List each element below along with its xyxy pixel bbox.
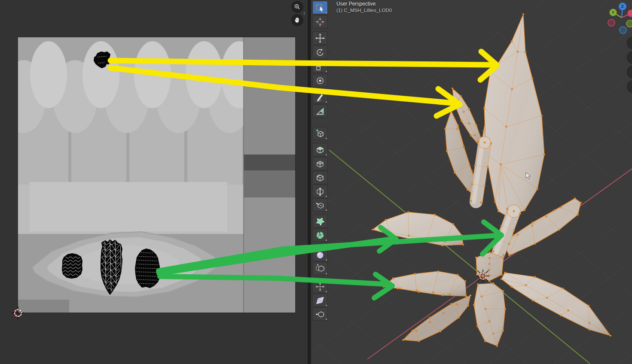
tool-options-corner bbox=[325, 195, 327, 197]
pan-hand-button[interactable] bbox=[291, 14, 303, 26]
tool-options-corner bbox=[325, 137, 327, 139]
tool-button-knife[interactable] bbox=[312, 198, 328, 212]
inset-icon bbox=[315, 159, 325, 169]
rotate-icon bbox=[315, 47, 325, 58]
tool-button-loop-cut[interactable] bbox=[312, 185, 328, 198]
move-icon bbox=[315, 33, 325, 43]
smooth-icon bbox=[315, 250, 325, 260]
add-cube-icon bbox=[315, 128, 325, 139]
tool-options-corner bbox=[325, 259, 327, 261]
tool-button-shrink-fatten[interactable] bbox=[312, 280, 328, 293]
tool-button-spin[interactable] bbox=[312, 228, 328, 242]
scale-icon bbox=[315, 61, 325, 72]
tool-options-corner bbox=[325, 239, 327, 241]
uv-image-editor[interactable] bbox=[0, 0, 308, 364]
tool-button-select-box[interactable] bbox=[312, 1, 328, 14]
tool-button-measure[interactable] bbox=[312, 104, 328, 118]
knife-icon bbox=[315, 200, 325, 210]
poly-build-icon bbox=[315, 216, 325, 227]
tool-options-corner bbox=[325, 101, 327, 103]
tool-button-poly-build[interactable] bbox=[312, 215, 328, 228]
select-box-icon bbox=[315, 3, 325, 13]
tool-button-shear[interactable] bbox=[312, 294, 328, 307]
viewport-3d[interactable] bbox=[308, 0, 632, 364]
tool-button-smooth[interactable] bbox=[312, 248, 328, 261]
tool-button-add-cube[interactable] bbox=[312, 127, 328, 140]
tool-button-bevel[interactable] bbox=[312, 171, 328, 184]
blender-window: User Perspective (1) C_MSH_Lillies_LOD0 … bbox=[0, 0, 632, 364]
tool-options-corner bbox=[325, 304, 327, 306]
transform-icon bbox=[315, 76, 325, 86]
shear-icon bbox=[315, 295, 325, 306]
tool-button-inset[interactable] bbox=[312, 157, 328, 170]
tool-button-cursor-3d[interactable] bbox=[312, 15, 328, 28]
spin-icon bbox=[315, 230, 325, 240]
extrude-icon bbox=[315, 145, 325, 155]
shrink-fatten-icon bbox=[315, 282, 325, 292]
rip-region-icon bbox=[315, 309, 325, 319]
bevel-icon bbox=[315, 173, 325, 183]
edge-slide-icon bbox=[315, 264, 325, 274]
tool-button-transform[interactable] bbox=[312, 74, 328, 87]
tool-button-rotate[interactable] bbox=[312, 46, 328, 59]
tool-options-corner bbox=[325, 318, 327, 320]
tool-button-rip-region[interactable] bbox=[312, 307, 328, 321]
tool-options-corner bbox=[325, 12, 327, 13]
tool-options-corner bbox=[325, 70, 327, 72]
zoom-in-icon bbox=[293, 3, 301, 11]
cursor-3d-icon bbox=[315, 17, 325, 27]
tool-options-corner bbox=[325, 209, 327, 211]
tool-button-extrude[interactable] bbox=[312, 143, 328, 156]
annotate-icon bbox=[315, 92, 325, 102]
measure-icon bbox=[315, 106, 325, 116]
zoom-in-button[interactable] bbox=[291, 1, 303, 13]
editor-divider[interactable] bbox=[308, 0, 311, 364]
tool-options-corner bbox=[325, 291, 327, 292]
tool-button-annotate[interactable] bbox=[312, 90, 328, 103]
tool-options-corner bbox=[325, 273, 327, 274]
loop-cut-icon bbox=[315, 186, 325, 197]
tool-button-scale[interactable] bbox=[312, 60, 328, 73]
tool-button-edge-slide[interactable] bbox=[312, 262, 328, 275]
tool-options-corner bbox=[325, 154, 327, 155]
tool-button-move[interactable] bbox=[312, 31, 328, 45]
pan-hand-icon bbox=[293, 16, 301, 24]
